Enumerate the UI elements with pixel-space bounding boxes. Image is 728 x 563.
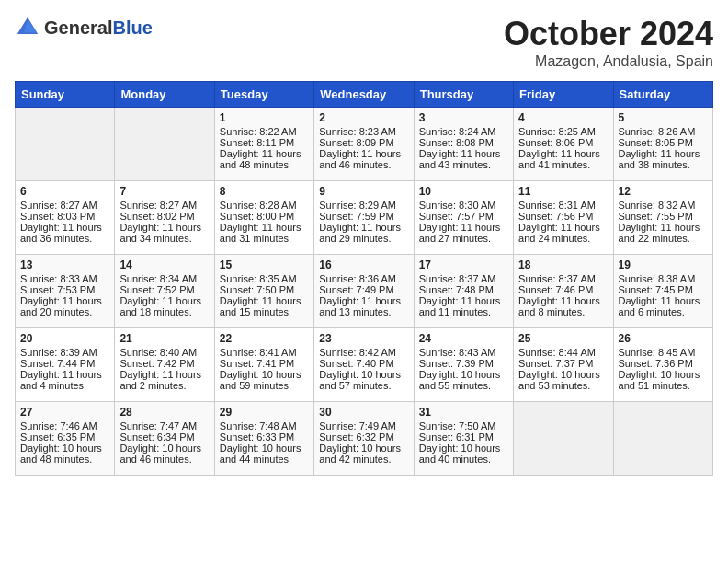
day-number: 16 [319,259,408,271]
sunset-text: Sunset: 8:09 PM [319,137,408,148]
sunrise-text: Sunrise: 8:34 AM [119,273,209,284]
sunrise-text: Sunrise: 7:50 AM [419,420,508,431]
logo-icon [15,15,40,40]
day-number: 1 [220,111,309,124]
sunrise-text: Sunrise: 8:24 AM [419,126,508,137]
sunset-text: Sunset: 7:40 PM [319,358,408,369]
sunrise-text: Sunrise: 8:37 AM [419,273,508,284]
sunset-text: Sunset: 7:57 PM [419,211,508,222]
sunset-text: Sunset: 7:53 PM [20,284,109,295]
calendar-day-cell: 3Sunrise: 8:24 AMSunset: 8:08 PMDaylight… [414,108,513,181]
day-number: 29 [220,406,309,419]
sunset-text: Sunset: 7:55 PM [619,211,708,222]
sunrise-text: Sunrise: 8:45 AM [619,347,708,358]
calendar-day-cell [16,108,115,181]
sunset-text: Sunset: 6:31 PM [419,431,508,442]
sunrise-text: Sunrise: 8:27 AM [119,200,209,211]
day-number: 22 [220,332,309,345]
calendar-day-cell: 19Sunrise: 8:38 AMSunset: 7:45 PMDayligh… [613,255,712,328]
location: Mazagon, Andalusia, Spain [504,53,713,70]
daylight-text: Daylight: 10 hours and 59 minutes. [220,369,309,391]
weekday-header: Wednesday [314,82,414,108]
calendar-day-cell: 9Sunrise: 8:29 AMSunset: 7:59 PMDaylight… [314,181,414,255]
day-number: 21 [119,332,209,345]
day-number: 9 [319,185,408,198]
day-number: 3 [419,111,508,124]
daylight-text: Daylight: 11 hours and 29 minutes. [319,222,408,244]
day-number: 20 [20,332,109,345]
sunrise-text: Sunrise: 8:42 AM [319,347,408,358]
calendar-week-row: 27Sunrise: 7:46 AMSunset: 6:35 PMDayligh… [16,402,713,476]
calendar-day-cell: 23Sunrise: 8:42 AMSunset: 7:40 PMDayligh… [314,328,414,402]
sunset-text: Sunset: 7:36 PM [619,358,708,369]
day-number: 27 [20,406,109,419]
calendar-day-cell: 2Sunrise: 8:23 AMSunset: 8:09 PMDaylight… [314,108,414,181]
sunset-text: Sunset: 7:49 PM [319,284,408,295]
sunset-text: Sunset: 8:08 PM [419,137,508,148]
day-number: 24 [419,332,508,345]
daylight-text: Daylight: 10 hours and 57 minutes. [319,369,408,391]
day-number: 25 [518,332,608,345]
calendar-day-cell: 15Sunrise: 8:35 AMSunset: 7:50 PMDayligh… [214,255,313,328]
sunset-text: Sunset: 7:52 PM [119,284,209,295]
sunrise-text: Sunrise: 8:39 AM [20,347,109,358]
sunset-text: Sunset: 7:42 PM [119,358,209,369]
calendar-day-cell: 7Sunrise: 8:27 AMSunset: 8:02 PMDaylight… [115,181,214,255]
sunrise-text: Sunrise: 7:47 AM [119,420,209,431]
sunset-text: Sunset: 8:05 PM [619,137,708,148]
sunset-text: Sunset: 8:11 PM [220,137,309,148]
calendar-day-cell: 29Sunrise: 7:48 AMSunset: 6:33 PMDayligh… [214,402,313,476]
daylight-text: Daylight: 10 hours and 42 minutes. [319,442,408,465]
sunrise-text: Sunrise: 8:30 AM [419,200,508,211]
daylight-text: Daylight: 11 hours and 34 minutes. [119,222,209,244]
daylight-text: Daylight: 10 hours and 48 minutes. [20,442,109,465]
sunrise-text: Sunrise: 8:28 AM [220,200,309,211]
day-number: 7 [119,185,209,198]
weekday-header: Tuesday [214,82,313,108]
calendar-day-cell: 26Sunrise: 8:45 AMSunset: 7:36 PMDayligh… [613,328,712,402]
weekday-header: Friday [514,82,613,108]
daylight-text: Daylight: 11 hours and 43 minutes. [419,148,508,170]
sunrise-text: Sunrise: 8:41 AM [220,347,309,358]
logo-text: GeneralBlue [44,17,153,39]
daylight-text: Daylight: 11 hours and 4 minutes. [20,369,109,391]
day-number: 13 [20,259,109,271]
sunset-text: Sunset: 6:35 PM [20,431,109,442]
sunset-text: Sunset: 7:56 PM [518,211,608,222]
calendar-day-cell: 14Sunrise: 8:34 AMSunset: 7:52 PMDayligh… [115,255,214,328]
calendar-table: SundayMondayTuesdayWednesdayThursdayFrid… [15,81,713,476]
calendar-day-cell: 28Sunrise: 7:47 AMSunset: 6:34 PMDayligh… [115,402,214,476]
sunset-text: Sunset: 7:48 PM [419,284,508,295]
sunset-text: Sunset: 8:03 PM [20,211,109,222]
calendar-day-cell: 21Sunrise: 8:40 AMSunset: 7:42 PMDayligh… [115,328,214,402]
sunrise-text: Sunrise: 8:44 AM [518,347,608,358]
sunset-text: Sunset: 7:45 PM [619,284,708,295]
sunset-text: Sunset: 7:50 PM [220,284,309,295]
calendar-day-cell [514,402,613,476]
daylight-text: Daylight: 11 hours and 6 minutes. [619,295,708,317]
day-number: 26 [619,332,708,345]
page-container: GeneralBlue October 2024 Mazagon, Andalu… [0,0,728,490]
calendar-day-cell: 25Sunrise: 8:44 AMSunset: 7:37 PMDayligh… [514,328,613,402]
day-number: 19 [619,259,708,271]
daylight-text: Daylight: 11 hours and 36 minutes. [20,222,109,244]
title-area: October 2024 Mazagon, Andalusia, Spain [504,15,713,70]
day-number: 6 [20,185,109,198]
daylight-text: Daylight: 11 hours and 24 minutes. [518,222,608,244]
daylight-text: Daylight: 11 hours and 46 minutes. [319,148,408,170]
logo-general: General [44,17,112,39]
calendar-day-cell: 30Sunrise: 7:49 AMSunset: 6:32 PMDayligh… [314,402,414,476]
sunrise-text: Sunrise: 8:38 AM [619,273,708,284]
sunrise-text: Sunrise: 8:40 AM [119,347,209,358]
calendar-day-cell: 18Sunrise: 8:37 AMSunset: 7:46 PMDayligh… [514,255,613,328]
sunrise-text: Sunrise: 7:49 AM [319,420,408,431]
sunset-text: Sunset: 7:59 PM [319,211,408,222]
sunset-text: Sunset: 8:02 PM [119,211,209,222]
logo: GeneralBlue [15,15,153,40]
calendar-week-row: 13Sunrise: 8:33 AMSunset: 7:53 PMDayligh… [16,255,713,328]
daylight-text: Daylight: 11 hours and 38 minutes. [619,148,708,170]
daylight-text: Daylight: 11 hours and 31 minutes. [220,222,309,244]
weekday-header: Monday [115,82,214,108]
day-number: 15 [220,259,309,271]
sunrise-text: Sunrise: 8:29 AM [319,200,408,211]
